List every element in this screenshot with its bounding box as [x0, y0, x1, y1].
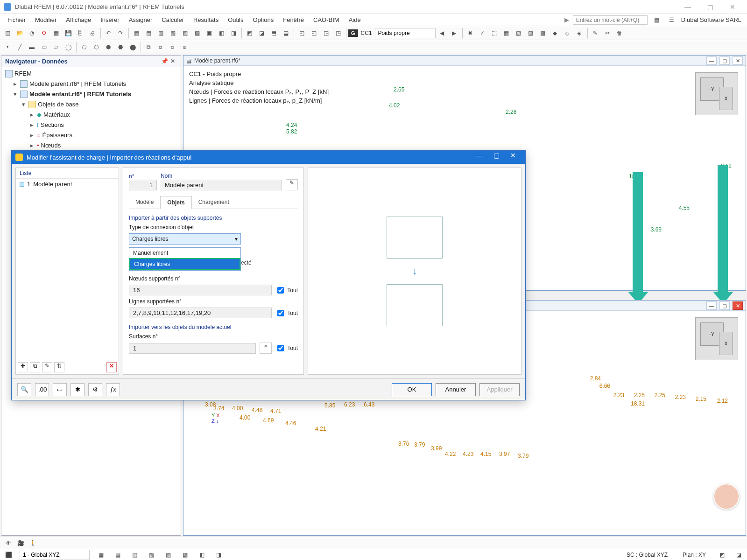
surface-icon[interactable]: ▭: [38, 42, 49, 53]
toolbar-icon[interactable]: ✓: [477, 28, 488, 39]
navigator-close-icon[interactable]: ✕: [169, 58, 177, 64]
tree-materiaux[interactable]: Matériaux: [43, 110, 70, 120]
tab-chargement[interactable]: Chargement: [192, 196, 236, 209]
tree-noeuds[interactable]: Nœuds: [41, 140, 61, 151]
toolbar-icon[interactable]: ◱: [308, 28, 319, 39]
viewport-tab-label[interactable]: Modèle parent.rf6*: [194, 57, 240, 64]
toolbar-icon[interactable]: ▩: [537, 28, 549, 39]
tree-root[interactable]: RFEM: [14, 69, 32, 79]
new-icon[interactable]: ▥: [2, 28, 13, 39]
toolbar-icon[interactable]: ⬤: [127, 42, 138, 53]
pick-surfaces-icon[interactable]: ⌖: [260, 343, 272, 354]
grid-icon[interactable]: ▦: [50, 28, 62, 39]
menu-calculer[interactable]: Calculer: [157, 14, 189, 25]
camera-icon[interactable]: 🎥: [15, 538, 26, 549]
undo-icon[interactable]: ↶: [103, 28, 114, 39]
toolbar-icon[interactable]: ⬢: [103, 42, 114, 53]
recent-icon[interactable]: ◔: [26, 28, 37, 39]
menu-affichage[interactable]: Affichage: [61, 14, 96, 25]
opening-icon[interactable]: ◯: [63, 42, 74, 53]
status-icon[interactable]: ▦: [95, 549, 106, 560]
node-icon[interactable]: •: [2, 42, 13, 53]
status-icon[interactable]: ▤: [112, 549, 123, 560]
edit-name-icon[interactable]: ✎: [286, 179, 298, 190]
list-new-icon[interactable]: ✚: [18, 362, 28, 372]
surfaces-all-checkbox[interactable]: Tout: [275, 343, 298, 353]
toolbar-icon[interactable]: ▩: [191, 28, 203, 39]
list-item[interactable]: 1 Modèle parent: [16, 179, 119, 189]
toolbar-icon[interactable]: ⬠: [78, 42, 90, 53]
surfaces-field[interactable]: 1: [129, 343, 256, 354]
toolbar-icon[interactable]: ▧: [513, 28, 524, 39]
toolbar-icon[interactable]: ◩: [244, 28, 255, 39]
print-icon[interactable]: 🖨: [87, 28, 98, 39]
dropdown-option-manuellement[interactable]: Manuellement: [129, 248, 240, 258]
view-cube[interactable]: -Y X: [695, 317, 738, 360]
toolbar-icon[interactable]: ⬚: [489, 28, 500, 39]
tree-model-enfant[interactable]: Modèle enfant.rf6* | RFEM Tutoriels: [29, 89, 131, 99]
footer-units-icon[interactable]: .00: [35, 383, 49, 396]
status-icon[interactable]: ▩: [179, 549, 190, 560]
tree-epaisseurs[interactable]: Épaisseurs: [42, 130, 72, 140]
tree-sections[interactable]: Sections: [41, 120, 64, 130]
toolbar-icon[interactable]: ◈: [574, 28, 585, 39]
footer-help-icon[interactable]: 🔍: [17, 383, 31, 396]
connection-type-dropdown[interactable]: Manuellement Charges libres: [129, 247, 241, 271]
menu-assigner[interactable]: Assigner: [124, 14, 157, 25]
connection-type-combo[interactable]: Charges libres▾: [129, 233, 241, 245]
toolbar-icon[interactable]: ⬡: [91, 42, 102, 53]
menu-fenetre[interactable]: Fenêtre: [278, 14, 309, 25]
list-delete-icon[interactable]: ✕: [106, 362, 117, 372]
coord-system-combo[interactable]: [20, 550, 90, 560]
status-icon[interactable]: ▨: [162, 549, 174, 560]
dropdown-option-charges-libres[interactable]: Charges libres: [129, 258, 240, 270]
toolbar-icon[interactable]: ▦: [131, 28, 142, 39]
toolbar-icon[interactable]: ▦: [651, 14, 662, 26]
footer-tool-icon[interactable]: ⚙: [88, 383, 102, 396]
toolbar-icon[interactable]: ⬣: [115, 42, 126, 53]
viewport-maximize[interactable]: ▢: [719, 301, 730, 310]
menu-aide[interactable]: Aide: [344, 14, 366, 25]
toolbar-icon[interactable]: ▤: [143, 28, 154, 39]
assistant-avatar[interactable]: [713, 483, 740, 510]
viewport-maximize[interactable]: ▢: [719, 56, 730, 65]
toolbar-icon[interactable]: ✂: [602, 28, 613, 39]
open-icon[interactable]: 📂: [14, 28, 25, 39]
lines-field[interactable]: 2,7,8,9,10,11,12,16,17,19,20: [129, 308, 272, 318]
viewport-minimize[interactable]: —: [706, 56, 717, 65]
toolbar-icon[interactable]: ⧇: [155, 42, 166, 53]
menu-fichier[interactable]: Fichier: [3, 14, 30, 25]
status-icon[interactable]: ◨: [213, 549, 224, 560]
solid-icon[interactable]: ▱: [50, 42, 62, 53]
list-tool-icon[interactable]: ✎: [42, 362, 52, 372]
cancel-button[interactable]: Annuler: [436, 383, 476, 396]
tab-modele[interactable]: Modèle: [129, 196, 160, 209]
toolbar-icon[interactable]: ⧉: [143, 42, 154, 53]
footer-tool-icon[interactable]: ✱: [70, 383, 85, 396]
redo-icon[interactable]: ↷: [115, 28, 126, 39]
window-minimize[interactable]: —: [677, 0, 698, 14]
dialog-maximize[interactable]: ▢: [488, 152, 505, 163]
toolbar-icon[interactable]: ◪: [256, 28, 267, 39]
dialog-titlebar[interactable]: Modifier l'assistant de charge | Importe…: [12, 151, 525, 164]
member-icon[interactable]: ▬: [26, 42, 37, 53]
tree-model-parent[interactable]: Modèle parent.rf6* | RFEM Tutoriels: [29, 79, 126, 89]
navigator-tree[interactable]: RFEM ▸Modèle parent.rf6* | RFEM Tutoriel…: [1, 67, 181, 163]
viewport-minimize[interactable]: —: [706, 301, 717, 310]
nodes-field[interactable]: 16: [129, 285, 272, 295]
window-close[interactable]: ✕: [722, 0, 743, 14]
prev-icon[interactable]: ◀: [437, 28, 448, 39]
footer-color-icon[interactable]: ▭: [53, 383, 67, 396]
next-icon[interactable]: ▶: [449, 28, 460, 39]
lines-all-checkbox[interactable]: Tout: [275, 308, 298, 318]
toolbar-icon[interactable]: ⧈: [167, 42, 178, 53]
save-icon[interactable]: 💾: [63, 28, 74, 39]
toolbar-icon[interactable]: 🗑: [614, 28, 625, 39]
walk-icon[interactable]: 🚶: [27, 538, 38, 549]
apply-button[interactable]: Appliquer: [479, 383, 520, 396]
eye-icon[interactable]: 👁: [3, 538, 14, 549]
name-field[interactable]: Modèle parent: [161, 180, 282, 190]
status-icon[interactable]: ▥: [129, 549, 140, 560]
footer-script-icon[interactable]: ƒx: [106, 383, 120, 396]
tab-objets[interactable]: Objets: [160, 196, 191, 209]
